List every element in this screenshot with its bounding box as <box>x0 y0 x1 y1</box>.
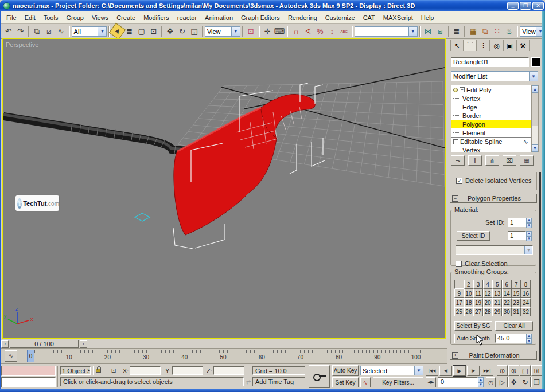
set-keys-button[interactable] <box>309 365 330 388</box>
smoothing-group-7[interactable]: 7 <box>512 280 521 289</box>
set-id-field[interactable]: 1 <box>508 218 526 227</box>
select-by-name-icon[interactable]: ≣ <box>123 25 135 37</box>
tab-display[interactable]: ▣ <box>503 40 516 51</box>
menu-tools[interactable]: Tools <box>40 13 63 23</box>
remove-modifier-button[interactable]: ⌧ <box>503 155 516 166</box>
smoothing-group-18[interactable]: 18 <box>464 298 474 307</box>
auto-smooth-field[interactable]: 45.0 <box>495 334 526 343</box>
menu-customize[interactable]: Customize <box>321 13 359 23</box>
stack-item-vertex[interactable]: Vertex <box>451 146 531 152</box>
zoom-button[interactable]: ⊕ <box>497 365 508 376</box>
smoothing-group-23[interactable]: 23 <box>512 298 521 307</box>
smoothing-group-27[interactable]: 27 <box>473 307 483 316</box>
smoothing-group-12[interactable]: 12 <box>483 289 493 298</box>
close-button[interactable]: ✕ <box>532 2 544 10</box>
pin-stack-button[interactable]: ⊸ <box>451 155 465 166</box>
set-id-spinner[interactable]: ▲▼ <box>526 218 532 227</box>
zoom-all-button[interactable]: ⊕ <box>508 365 519 376</box>
stack-item-vertex[interactable]: Vertex <box>451 94 531 103</box>
previous-frame-button[interactable]: ◀| <box>439 366 452 376</box>
smoothing-group-31[interactable]: 31 <box>512 307 521 316</box>
mirror-icon[interactable]: ⋈ <box>422 25 434 37</box>
scroll-down-icon[interactable]: ▼ <box>532 144 538 152</box>
chevron-down-icon[interactable]: ▼ <box>231 27 240 36</box>
play-button[interactable]: ▶ <box>453 366 466 376</box>
render-scene-icon[interactable]: ♨ <box>503 25 515 37</box>
menu-create[interactable]: Create <box>112 13 139 23</box>
modifier-stack-scrollbar[interactable]: ▲ ▼ <box>531 85 539 152</box>
select-id-button[interactable]: Select ID <box>457 231 490 241</box>
angle-snap-toggle-icon[interactable]: ∢ <box>302 25 314 37</box>
smoothing-group-6[interactable]: 6 <box>502 280 512 289</box>
chevron-down-icon[interactable]: ▼ <box>414 366 423 375</box>
smoothing-group-9[interactable]: 9 <box>454 289 464 298</box>
layer-manager-icon[interactable]: ≣ <box>451 25 463 37</box>
menu-graph-editors[interactable]: Graph Editors <box>237 13 284 23</box>
select-id-spinner[interactable]: ▲▼ <box>526 231 532 240</box>
schematic-view-icon[interactable]: ⧉ <box>479 25 491 37</box>
collapse-icon[interactable]: − <box>453 139 458 144</box>
scrollbar-thumb[interactable] <box>532 93 538 126</box>
smoothing-group-17[interactable]: 17 <box>454 298 464 307</box>
named-selection-sets-dropdown[interactable]: ▼ <box>355 26 418 37</box>
spinner-snap-toggle-icon[interactable]: ↕ <box>326 25 338 37</box>
delete-isolated-vertices-checkbox[interactable]: ✓ <box>456 178 462 184</box>
align-icon[interactable]: ⧈ <box>434 25 446 37</box>
menu-help[interactable]: Help <box>417 13 438 23</box>
x-coordinate-field[interactable] <box>130 366 161 375</box>
unlink-selection-icon[interactable]: ⧄ <box>43 25 55 37</box>
smoothing-group-3[interactable]: 3 <box>473 280 483 289</box>
clear-all-button[interactable]: Clear All <box>495 321 533 331</box>
stack-item-element[interactable]: Element <box>451 128 531 137</box>
smoothing-group-21[interactable]: 21 <box>492 298 502 307</box>
reference-coordinate-system-dropdown[interactable]: View▼ <box>205 26 240 37</box>
auto-smooth-spinner[interactable]: ▲▼ <box>526 334 532 343</box>
select-and-manipulate-icon[interactable]: ✛ <box>262 25 274 37</box>
go-to-start-button[interactable]: |◀◀ <box>426 366 438 376</box>
chevron-down-icon[interactable]: ▼ <box>529 72 538 81</box>
material-id-dropdown[interactable]: ▼ <box>456 245 533 255</box>
selection-set-dropdown[interactable]: Selected ▼ <box>360 366 423 375</box>
auto-smooth-button[interactable]: Auto Smooth <box>454 334 492 343</box>
smoothing-group-5[interactable]: 5 <box>492 280 502 289</box>
tab-hierarchy[interactable]: ⫶ <box>477 40 490 51</box>
smoothing-group-32[interactable]: 32 <box>521 307 531 316</box>
window-crossing-icon[interactable]: ⊡ <box>147 25 159 37</box>
percent-snap-toggle-icon[interactable]: % <box>314 25 326 37</box>
smoothing-group-22[interactable]: 22 <box>502 298 512 307</box>
collapse-icon[interactable]: − <box>452 195 458 202</box>
object-color-swatch[interactable] <box>531 57 540 67</box>
zoom-extents-button[interactable]: ▢ <box>520 365 531 376</box>
next-frame-arrow[interactable]: › <box>80 340 87 348</box>
menu-views[interactable]: Views <box>88 13 112 23</box>
lightbulb-icon[interactable] <box>453 88 458 92</box>
render-type-dropdown[interactable]: View▼ <box>520 26 545 37</box>
material-editor-icon[interactable]: ∷ <box>491 25 503 37</box>
key-mode-toggle[interactable]: ◀▶ <box>426 377 436 387</box>
menu-rendering[interactable]: Rendering <box>284 13 321 23</box>
smoothing-group-11[interactable]: 11 <box>473 289 483 298</box>
perspective-viewport[interactable]: Perspective <box>2 38 446 339</box>
smoothing-group-15[interactable]: 15 <box>512 289 521 298</box>
previous-frame-arrow[interactable]: ‹ <box>1 340 9 348</box>
select-and-rotate-icon[interactable]: ↻ <box>176 25 188 37</box>
menu-modifiers[interactable]: Modifiers <box>139 13 173 23</box>
make-unique-button[interactable]: ⋔ <box>485 155 499 166</box>
smoothing-group-1[interactable] <box>454 280 464 289</box>
selection-filter-dropdown[interactable]: All▼ <box>72 26 107 37</box>
mini-curve-editor-button[interactable]: ∿ <box>5 350 17 362</box>
menu-file[interactable]: File <box>2 13 21 23</box>
smoothing-group-13[interactable]: 13 <box>492 289 502 298</box>
selection-lock-toggle[interactable] <box>93 366 103 375</box>
menu-animation[interactable]: Animation <box>201 13 237 23</box>
clear-selection-checkbox[interactable] <box>456 261 462 267</box>
smoothing-group-24[interactable]: 24 <box>521 298 531 307</box>
tab-create[interactable]: ↖ <box>450 40 464 51</box>
scroll-up-icon[interactable]: ▲ <box>532 85 538 93</box>
stack-item-edge[interactable]: Edge <box>451 103 531 111</box>
select-and-link-icon[interactable]: ⧉ <box>31 25 43 37</box>
menu-reactor[interactable]: reactor <box>173 13 201 23</box>
keyboard-override-abc-icon[interactable]: ABC <box>338 25 350 37</box>
smoothing-group-29[interactable]: 29 <box>492 307 502 316</box>
stack-item-polygon[interactable]: Polygon <box>451 120 531 128</box>
